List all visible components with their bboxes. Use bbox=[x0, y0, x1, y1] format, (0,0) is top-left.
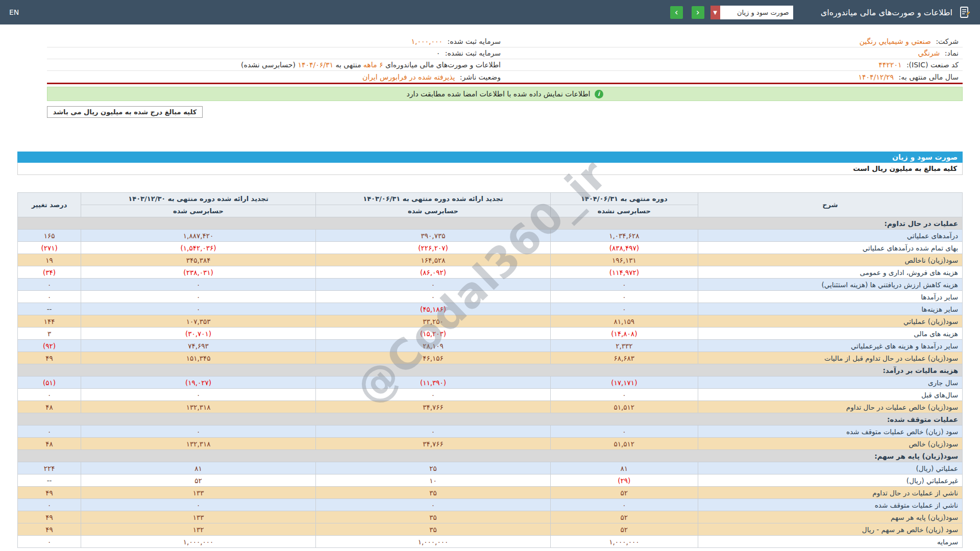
table-row: سایر درآمدها و هزینه های غیرعملیاتي ۲,۳۳… bbox=[18, 340, 963, 352]
row-value-prior-year: (۲۳۸,۰۳۱) bbox=[81, 266, 316, 279]
row-value-current: ۱۹۶,۱۳۱ bbox=[550, 254, 698, 266]
row-value-change: ۱۴۴ bbox=[18, 315, 81, 328]
info-circle-icon: i bbox=[595, 90, 603, 98]
row-value-prior-year: ۰ bbox=[81, 279, 316, 291]
publisher-status-cell: وضعیت ناشر: پذیرفته شده در فرابورس ایران bbox=[47, 72, 505, 82]
topbar: اطلاعات و صورت‌های مالی میاندوره‌ای صورت… bbox=[0, 0, 980, 24]
row-label: سود(زیان) عملیاتي bbox=[698, 315, 962, 328]
income-statement-section: صورت سود و زیان کلیه مبالغ به میلیون ریا… bbox=[17, 152, 963, 548]
table-row: سایر درآمدها ۰ ۰ ۰ ۰ bbox=[18, 291, 963, 303]
period-text-2: منتهی به bbox=[335, 61, 361, 69]
table-row: ناشي از عملیات متوقف شده ۰ ۰ ۰ ۰ bbox=[18, 499, 963, 511]
row-value-change: (۳۴) bbox=[18, 266, 81, 279]
row-value-prior-mid: ۰ bbox=[316, 279, 551, 291]
table-row: درآمدهای عملیاتي ۱,۰۳۴,۶۲۸ ۳۹۰,۷۳۵ ۱,۸۸۷… bbox=[18, 230, 963, 242]
period-months: ۶ ماهه bbox=[363, 61, 383, 69]
row-label: درآمدهای عملیاتي bbox=[698, 230, 962, 242]
row-value-current: ۰ bbox=[550, 303, 698, 315]
company-cell: شرکت: صنعتي و شیمیایي رنگین bbox=[505, 36, 963, 46]
row-value-prior-mid: ۰ bbox=[316, 291, 551, 303]
row-value-current: (۸۳۸,۴۹۷) bbox=[550, 242, 698, 254]
row-value-prior-year: ۱۰۷,۳۵۳ bbox=[81, 315, 316, 328]
row-value-current: ۰ bbox=[550, 425, 698, 438]
next-statement-button[interactable]: ‹ bbox=[692, 6, 704, 19]
row-value-current: (۱۱۴,۹۷۲) bbox=[550, 266, 698, 279]
statement-type-select[interactable]: صورت سود و زیان ▼ bbox=[710, 6, 793, 19]
period-cell: اطلاعات و صورت‌های مالی میاندوره‌ای ۶ ما… bbox=[47, 60, 505, 70]
row-value-change: (۹۲) bbox=[18, 340, 81, 352]
symbol-value: شرنگي bbox=[918, 49, 940, 57]
row-value-change: (۵۱) bbox=[18, 377, 81, 389]
isic-cell: کد صنعت (ISIC): ۴۴۲۲۰۱ bbox=[505, 60, 963, 70]
signature-match-banner: i اطلاعات نمایش داده شده با اطلاعات امضا… bbox=[47, 87, 963, 101]
signature-match-text: اطلاعات نمایش داده شده با اطلاعات امضا ش… bbox=[407, 90, 591, 98]
row-value-prior-mid: ۰ bbox=[316, 425, 551, 438]
row-value-change: ۱۶۵ bbox=[18, 230, 81, 242]
row-value-change: ۰ bbox=[18, 536, 81, 548]
row-value-prior-mid: ۳۴,۷۶۶ bbox=[316, 401, 551, 413]
registered-capital-value: ۱,۰۰۰,۰۰۰ bbox=[411, 37, 443, 45]
row-value-prior-mid: ۱,۰۰۰,۰۰۰ bbox=[316, 536, 551, 548]
header-period-prior-mid: تجدید ارائه شده دوره منتهی به ۱۴۰۳/۰۶/۳۱ bbox=[316, 193, 551, 205]
row-value-change: ۰ bbox=[18, 291, 81, 303]
row-label: سود(زیان) پایه هر سهم bbox=[698, 511, 962, 523]
symbol-label: نماد: bbox=[945, 49, 959, 57]
statement-title-bar: صورت سود و زیان bbox=[17, 152, 963, 163]
fiscal-year-value: ۱۴۰۴/۱۲/۲۹ bbox=[859, 73, 894, 81]
row-value-prior-year: ۵۲ bbox=[81, 474, 316, 487]
row-value-prior-year: ۱,۸۸۷,۴۲۰ bbox=[81, 230, 316, 242]
section-label: سود(زیان) پایه هر سهم: bbox=[18, 450, 963, 462]
section-row: عملیات در حال تداوم: bbox=[18, 217, 963, 230]
row-value-current: ۱,۰۳۴,۶۲۸ bbox=[550, 230, 698, 242]
company-info-block: شرکت: صنعتي و شیمیایي رنگین سرمایه ثبت ش… bbox=[47, 36, 963, 118]
publisher-status-value: پذیرفته شده در فرابورس ایران bbox=[362, 73, 455, 81]
row-value-current: (۲۹) bbox=[550, 474, 698, 487]
prev-statement-button[interactable]: › bbox=[670, 6, 683, 19]
row-value-change: ۴۹ bbox=[18, 511, 81, 523]
row-value-change: ۴۹ bbox=[18, 487, 81, 499]
period-text-1: اطلاعات و صورت‌های مالی میاندوره‌ای bbox=[385, 61, 501, 69]
statement-select-value: صورت سود و زیان bbox=[720, 9, 793, 16]
row-value-change: ۴۸ bbox=[18, 438, 81, 450]
row-value-current: (۱۷,۱۷۱) bbox=[550, 377, 698, 389]
row-value-current: ۰ bbox=[550, 279, 698, 291]
row-label: هزینه کاهش ارزش دریافتني ها (هزینه استثن… bbox=[698, 279, 962, 291]
row-value-change: ۲۲۴ bbox=[18, 462, 81, 474]
row-label: سایر هزینه‌ها bbox=[698, 303, 962, 315]
row-label: ناشي از عملیات متوقف شده bbox=[698, 499, 962, 511]
row-value-prior-mid: ۰ bbox=[316, 499, 551, 511]
row-value-current: ۰ bbox=[550, 389, 698, 401]
table-row: سود(زیان) عملیات در حال تداوم قبل از مال… bbox=[18, 352, 963, 364]
row-value-current: ۱,۰۰۰,۰۰۰ bbox=[550, 536, 698, 548]
row-value-prior-year: (۳۰,۷۰۱) bbox=[81, 328, 316, 340]
row-label: سال‌های قبل bbox=[698, 389, 962, 401]
table-row: سود(زیان) پایه هر سهم ۵۲ ۳۵ ۱۳۳ ۴۹ bbox=[18, 511, 963, 523]
row-value-prior-mid: ۲۸,۱۰۹ bbox=[316, 340, 551, 352]
statement-body: عملیات در حال تداوم: درآمدهای عملیاتي ۱,… bbox=[18, 217, 963, 548]
row-label: سایر درآمدها bbox=[698, 291, 962, 303]
row-label: هزینه های مالی bbox=[698, 328, 962, 340]
info-row-fiscal-year: سال مالی منتهی به: ۱۴۰۴/۱۲/۲۹ وضعیت ناشر… bbox=[47, 71, 963, 83]
row-label: غیرعملیاتي (ریال) bbox=[698, 474, 962, 487]
row-value-prior-mid: (۴۵,۱۸۶) bbox=[316, 303, 551, 315]
row-value-prior-year: ۱۳۳ bbox=[81, 511, 316, 523]
info-row-symbol: نماد: شرنگي سرمایه ثبت نشده: ۰ bbox=[47, 47, 963, 59]
language-toggle-en[interactable]: EN bbox=[9, 8, 19, 16]
report-document-icon bbox=[959, 6, 971, 18]
row-value-prior-mid: (۲۲۶,۲۰۷) bbox=[316, 242, 551, 254]
row-value-prior-mid: ۴۶,۱۵۶ bbox=[316, 352, 551, 364]
income-statement-table: شرح دوره منتهی به ۱۴۰۴/۰۶/۳۱ تجدید ارائه… bbox=[17, 192, 963, 548]
row-value-prior-year: ۷۴,۶۹۳ bbox=[81, 340, 316, 352]
amounts-unit-note: کلیه مبالغ درج شده به میلیون ریال می باش… bbox=[47, 106, 203, 118]
row-value-current: ۰ bbox=[550, 499, 698, 511]
table-row: سرمایه ۱,۰۰۰,۰۰۰ ۱,۰۰۰,۰۰۰ ۱,۰۰۰,۰۰۰ ۰ bbox=[18, 536, 963, 548]
row-label: سود(زیان) ناخالص bbox=[698, 254, 962, 266]
table-header: شرح دوره منتهی به ۱۴۰۴/۰۶/۳۱ تجدید ارائه… bbox=[18, 193, 963, 217]
section-row: هزینه مالیات بر درآمد: bbox=[18, 364, 963, 377]
row-value-current: ۵۲ bbox=[550, 511, 698, 523]
row-value-current: ۶۸,۶۸۳ bbox=[550, 352, 698, 364]
row-value-prior-mid: ۳۵ bbox=[316, 487, 551, 499]
row-value-prior-year: ۰ bbox=[81, 425, 316, 438]
table-row: سود (زیان) خالص هر سهم - ریال ۵۲ ۳۵ ۱۳۲ … bbox=[18, 523, 963, 536]
row-value-current: ۸۱ bbox=[550, 462, 698, 474]
